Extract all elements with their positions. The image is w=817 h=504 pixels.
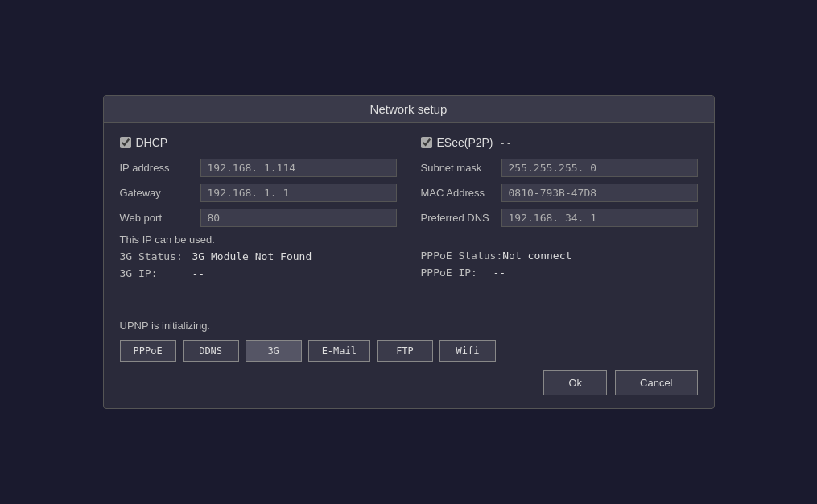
- ftp-button[interactable]: FTP: [377, 340, 433, 362]
- 3g-ip-label: 3G IP:: [120, 267, 192, 279]
- left-column: DHCP IP address 192.168. 1.114 Gateway 1…: [120, 136, 397, 284]
- mac-value: 0810-793B-47D8: [501, 184, 698, 202]
- upnp-text: UPNP is initializing.: [120, 320, 698, 332]
- dhcp-label: DHCP: [136, 136, 168, 149]
- 3g-ip-value: --: [192, 267, 205, 279]
- ip-address-label: IP address: [120, 162, 200, 174]
- dns-value[interactable]: 192.168. 34. 1: [501, 209, 698, 227]
- 3g-status-row: 3G Status: 3G Module Not Found: [120, 250, 397, 262]
- wifi-button[interactable]: Wifi: [439, 340, 496, 362]
- dns-label: Preferred DNS: [421, 212, 501, 224]
- dns-row: Preferred DNS 192.168. 34. 1: [421, 209, 698, 227]
- gateway-label: Gateway: [120, 187, 200, 199]
- web-port-value[interactable]: 80: [200, 209, 397, 227]
- pppoe-ip-value: --: [493, 266, 506, 279]
- esee-row: ESee(P2P) --: [421, 136, 698, 149]
- subnet-row: Subnet mask 255.255.255. 0: [421, 159, 698, 177]
- web-port-label: Web port: [120, 212, 200, 224]
- subnet-label: Subnet mask: [421, 162, 501, 174]
- ip-info-text: This IP can be used.: [120, 233, 397, 246]
- email-button[interactable]: E-Mail: [308, 340, 370, 362]
- network-setup-dialog: Network setup DHCP IP address 192.168. 1…: [103, 95, 715, 409]
- 3g-button[interactable]: 3G: [246, 340, 302, 362]
- pppoe-ip-row: PPPoE IP: --: [421, 266, 698, 279]
- gateway-row: Gateway 192.168. 1. 1: [120, 184, 397, 202]
- pppoe-status-label: PPPoE Status:: [421, 250, 503, 262]
- pppoe-button[interactable]: PPPoE: [120, 340, 176, 362]
- subnet-value[interactable]: 255.255.255. 0: [501, 159, 698, 177]
- cancel-button[interactable]: Cancel: [615, 370, 697, 395]
- 3g-status-value: 3G Module Not Found: [192, 250, 312, 262]
- mac-label: MAC Address: [421, 187, 501, 199]
- ip-address-row: IP address 192.168. 1.114: [120, 159, 397, 177]
- esee-value: --: [499, 137, 512, 149]
- right-column: ESee(P2P) -- Subnet mask 255.255.255. 0 …: [421, 136, 698, 284]
- esee-label: ESee(P2P): [437, 136, 493, 149]
- nav-button-row: PPPoE DDNS 3G E-Mail FTP Wifi: [120, 340, 698, 362]
- gateway-value[interactable]: 192.168. 1. 1: [200, 184, 397, 202]
- ddns-button[interactable]: DDNS: [183, 340, 239, 362]
- mac-row: MAC Address 0810-793B-47D8: [421, 184, 698, 202]
- ip-address-value[interactable]: 192.168. 1.114: [200, 159, 397, 177]
- ok-button[interactable]: Ok: [543, 370, 607, 395]
- pppoe-status-row: PPPoE Status: Not connect: [421, 250, 698, 262]
- 3g-ip-row: 3G IP: --: [120, 267, 397, 279]
- dialog-body: DHCP IP address 192.168. 1.114 Gateway 1…: [104, 123, 714, 408]
- pppoe-ip-label: PPPoE IP:: [421, 266, 493, 279]
- ok-cancel-row: Ok Cancel: [120, 370, 698, 395]
- pppoe-status-value: Not connect: [502, 250, 571, 262]
- dhcp-checkbox[interactable]: [120, 137, 131, 148]
- 3g-status-label: 3G Status:: [120, 250, 192, 262]
- top-row: DHCP IP address 192.168. 1.114 Gateway 1…: [120, 136, 698, 284]
- web-port-row: Web port 80: [120, 209, 397, 227]
- dhcp-row: DHCP: [120, 136, 397, 149]
- esee-checkbox[interactable]: [421, 137, 432, 148]
- dialog-title: Network setup: [104, 96, 714, 123]
